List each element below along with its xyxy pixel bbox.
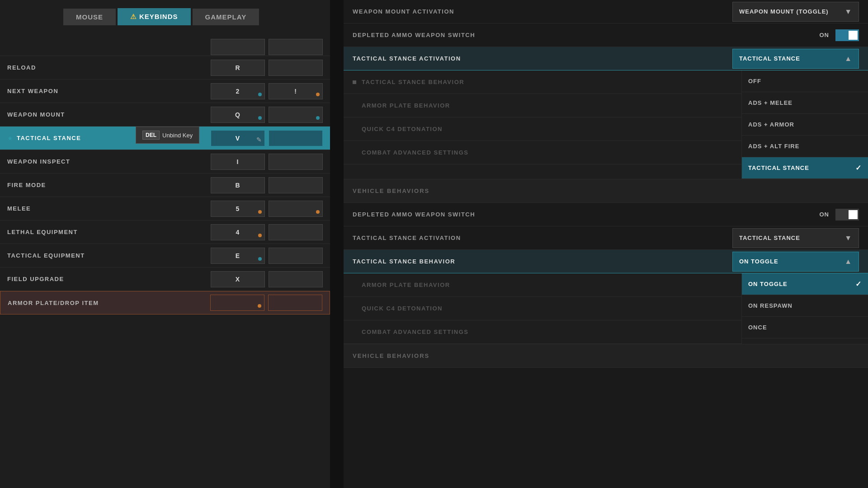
weapon-mount-key1[interactable]: Q [211, 107, 265, 123]
row-depleted-ammo-top: DEPLETED AMMO WEAPON SWITCH ON [344, 23, 868, 47]
next-weapon-key1[interactable]: 2 [211, 83, 265, 99]
behavior-options: ON TOGGLE ✓ ON RESPAWN ONCE [741, 273, 868, 344]
depleted-ammo-top-value: ON [820, 32, 830, 38]
key-row-weapon-mount: WEAPON MOUNT DEL Unbind Key Q [0, 103, 330, 127]
tactical-equip-label: TACTICAL EQUIPMENT [7, 252, 134, 259]
melee-key1[interactable]: 5 [211, 201, 265, 217]
row-tactical-stance-behavior-top: TACTICAL STANCE BEHAVIOR [344, 70, 741, 94]
tactical-stance-key2[interactable] [269, 130, 323, 146]
quick-c4-top-label: QUICK C4 DETONATION [353, 126, 732, 132]
melee-key2[interactable] [269, 201, 323, 217]
armor-plate-behavior-bottom-label: ARMOR PLATE BEHAVIOR [353, 282, 732, 288]
key-row-weapon-inspect: WEAPON INSPECT I [0, 150, 330, 174]
melee-label: MELEE [7, 205, 134, 212]
row-tactical-stance-activation-bottom: TACTICAL STANCE ACTIVATION TACTICAL STAN… [344, 226, 868, 250]
armor-plate-key2[interactable] [268, 295, 322, 311]
check-icon-toggle: ✓ [855, 280, 862, 288]
armor-plate-key1[interactable] [210, 295, 264, 311]
weapon-inspect-key1[interactable]: I [211, 154, 265, 170]
row-armor-plate-behavior-top: ARMOR PLATE BEHAVIOR [344, 94, 741, 117]
tab-keybinds[interactable]: ⚠KEYBINDS [118, 8, 191, 25]
depleted-ammo-top-toggle[interactable] [835, 29, 859, 41]
tooltip-text: Unbind Key [162, 132, 193, 139]
weapon-mount-key2[interactable] [269, 107, 323, 123]
tactical-stance-behavior-header: TACTICAL STANCE BEHAVIOR ON TOGGLE ▲ [344, 250, 868, 273]
armor-plate-behavior-top-label: ARMOR PLATE BEHAVIOR [353, 102, 732, 109]
lethal-key1[interactable]: 4 [211, 224, 265, 240]
tactical-stance-behavior-expanded: ARMOR PLATE BEHAVIOR QUICK C4 DETONATION… [344, 273, 868, 344]
depleted-ammo-bottom-label: DEPLETED AMMO WEAPON SWITCH [353, 211, 732, 218]
tactical-stance-activation-bottom-dropdown[interactable]: TACTICAL STANCE ▼ [732, 228, 859, 248]
check-icon: ✓ [855, 164, 862, 172]
key-slot-empty-1[interactable] [211, 39, 265, 55]
tab-gameplay[interactable]: GAMEPLAY [193, 9, 259, 25]
fire-mode-key2[interactable] [269, 177, 323, 193]
depleted-ammo-top-label: DEPLETED AMMO WEAPON SWITCH [353, 32, 732, 38]
tactical-stance-activation-label: TACTICAL STANCE ACTIVATION [353, 55, 732, 62]
row-combat-advanced-bottom: COMBAT ADVANCED SETTINGS [344, 320, 741, 344]
left-panel: MOUSE ⚠KEYBINDS GAMEPLAY RELOAD R NEXT W… [0, 0, 330, 488]
right-panel: WEAPON MOUNT ACTIVATION WEAPON MOUNT (TO… [344, 0, 868, 488]
row-armor-plate-behavior-bottom: ARMOR PLATE BEHAVIOR [344, 273, 741, 297]
next-weapon-key2[interactable]: ! [269, 83, 323, 99]
key-row-next-weapon: NEXT WEAPON 2 ! [0, 80, 330, 103]
vehicle-behaviors-header: VEHICLE BEHAVIORS [344, 179, 868, 203]
tab-bar: MOUSE ⚠KEYBINDS GAMEPLAY [0, 0, 330, 33]
reload-label: RELOAD [7, 64, 134, 71]
fire-mode-key1[interactable]: B [211, 177, 265, 193]
tactical-equip-key2[interactable] [269, 248, 323, 264]
key-edit-icon[interactable]: ✎ [256, 136, 262, 143]
field-upgrade-key1[interactable]: X [211, 271, 265, 287]
key-row-reload: RELOAD R [0, 56, 330, 80]
reload-key2[interactable] [269, 60, 323, 76]
tactical-stance-activation-header: TACTICAL STANCE ACTIVATION TACTICAL STAN… [344, 47, 868, 70]
sub-rows-left: TACTICAL STANCE BEHAVIOR ARMOR PLATE BEH… [344, 70, 741, 179]
weapon-mount-activation-dropdown[interactable]: WEAPON MOUNT (TOGGLE) ▼ [732, 2, 859, 22]
warning-icon: ⚠ [130, 13, 137, 20]
row-quick-c4-bottom: QUICK C4 DETONATION [344, 297, 741, 320]
depleted-ammo-bottom-value: ON [820, 211, 830, 218]
tab-mouse[interactable]: MOUSE [63, 9, 116, 25]
row-depleted-ammo-bottom: DEPLETED AMMO WEAPON SWITCH ON [344, 203, 868, 226]
tactical-stance-behavior-label: TACTICAL STANCE BEHAVIOR [353, 258, 732, 265]
weapon-inspect-label: WEAPON INSPECT [7, 158, 134, 165]
key-row-fire-mode: FIRE MODE B [0, 174, 330, 197]
bullet-indicator [353, 80, 356, 84]
tactical-stance-behavior-dropdown[interactable]: ON TOGGLE ▲ [732, 252, 859, 272]
dropdown-arrow-bottom: ▼ [844, 234, 852, 242]
option-on-respawn[interactable]: ON RESPAWN [742, 295, 868, 317]
key-row-armor-plate: ARMOR PLATE/DROP ITEM [0, 291, 330, 314]
option-once[interactable]: ONCE [742, 317, 868, 338]
option-ads-alt-fire[interactable]: ADS + ALT FIRE [742, 136, 868, 157]
option-off[interactable]: OFF [742, 70, 868, 92]
option-on-toggle[interactable]: ON TOGGLE ✓ [742, 273, 868, 295]
tactical-stance-options: OFF ADS + MELEE ADS + ARMOR ADS + ALT FI… [741, 70, 868, 179]
keybind-list: RELOAD R NEXT WEAPON 2 ! WEAPON M [0, 38, 330, 314]
weapon-inspect-key2[interactable] [269, 154, 323, 170]
depleted-ammo-bottom-toggle[interactable] [835, 209, 859, 221]
partial-top-row [0, 38, 330, 56]
panel-divider [330, 0, 344, 488]
vehicle-behaviors-label: VEHICLE BEHAVIORS [353, 188, 859, 194]
vehicle-behaviors-header-2: VEHICLE BEHAVIORS [344, 344, 868, 368]
weapon-mount-label: WEAPON MOUNT [7, 111, 134, 118]
tactical-stance-key1[interactable]: V ✎ [211, 130, 265, 146]
combat-advanced-top-label: COMBAT ADVANCED SETTINGS [353, 149, 732, 156]
tactical-stance-activation-dropdown[interactable]: TACTICAL STANCE ▲ [732, 49, 859, 69]
fire-mode-label: FIRE MODE [7, 182, 134, 188]
dropdown-arrow-active: ▲ [844, 55, 852, 63]
row-combat-advanced-top: COMBAT ADVANCED SETTINGS [344, 141, 741, 164]
tactical-equip-key1[interactable]: E [211, 248, 265, 264]
row-quick-c4-top: QUICK C4 DETONATION [344, 117, 741, 141]
option-ads-melee[interactable]: ADS + MELEE [742, 92, 868, 114]
option-tactical-stance[interactable]: TACTICAL STANCE ✓ [742, 157, 868, 179]
option-ads-armor[interactable]: ADS + ARMOR [742, 114, 868, 136]
tactical-stance-behavior-top-label: TACTICAL STANCE BEHAVIOR [362, 79, 732, 85]
del-badge: DEL [142, 131, 160, 140]
next-weapon-label: NEXT WEAPON [7, 88, 134, 94]
key-slot-empty-2[interactable] [269, 39, 323, 55]
reload-key1[interactable]: R [211, 60, 265, 76]
lethal-key2[interactable] [269, 224, 323, 240]
field-upgrade-key2[interactable] [269, 271, 323, 287]
row-weapon-mount-activation: WEAPON MOUNT ACTIVATION WEAPON MOUNT (TO… [344, 0, 868, 23]
